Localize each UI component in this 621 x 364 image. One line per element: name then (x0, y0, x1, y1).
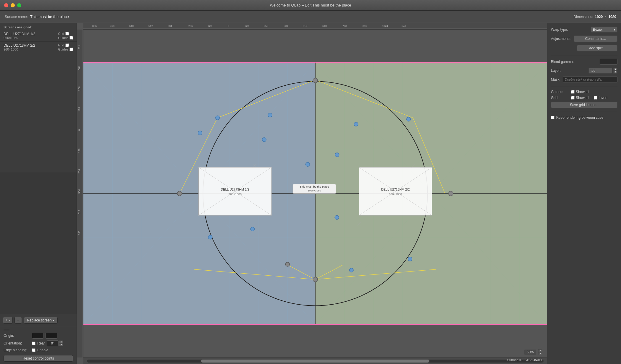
stepper-up[interactable]: ▲ (59, 340, 63, 343)
titlebar: Welcome to QLab – Edit This must be the … (0, 0, 621, 11)
screen-1-res: 960×1080 (4, 36, 35, 40)
svg-text:128: 128 (208, 25, 212, 27)
window-title: Welcome to QLab – Edit This must be the … (270, 3, 351, 7)
guides-show-all-checkbox[interactable] (571, 90, 575, 94)
orientation-label: Orientation: (4, 341, 30, 345)
svg-point-81 (208, 235, 212, 239)
zoom-up-button[interactable]: ▲ (538, 349, 542, 352)
layer-stepper[interactable]: ▲ ▼ (613, 68, 617, 74)
svg-text:128: 128 (78, 107, 81, 111)
screen-2-grid-row[interactable]: Grid (58, 43, 73, 47)
top-bar: Surface name: This must be the place Dim… (0, 11, 621, 23)
screen-2-guides-checkbox[interactable] (69, 48, 73, 51)
zoom-value[interactable]: 50% (524, 349, 536, 355)
remove-screen-button[interactable]: − (14, 317, 22, 324)
screen-1-grid-checkbox[interactable] (65, 32, 69, 35)
reset-control-points-button[interactable]: Reset control points (4, 355, 73, 362)
surface-name-label: Surface name: (5, 15, 28, 19)
scrollbar-thumb[interactable] (201, 360, 429, 363)
canvas-viewport[interactable]: DELL U2713HM 1/2 960×1080 DELL U2713HM 2… (83, 30, 547, 358)
screen-2-name: DELL U2713HM 2/2 (4, 43, 35, 48)
screen-2-info: DELL U2713HM 2/2 960×1080 (4, 43, 35, 51)
svg-text:384: 384 (284, 25, 288, 27)
origin-row: Origin: (4, 333, 73, 339)
svg-point-88 (349, 268, 353, 272)
grid-show-all-checkbox[interactable] (571, 96, 575, 100)
grid-invert-group[interactable]: Invert (594, 96, 607, 100)
grid-show-all-group[interactable]: Show all (571, 96, 589, 100)
add-split-button[interactable]: Add split... (577, 45, 617, 51)
screen-1-name: DELL U2713HM 1/2 (4, 32, 35, 36)
screen-1-grid-row[interactable]: Grid (58, 32, 73, 35)
screen-item-row-1: DELL U2713HM 1/2 960×1080 Grid Guides (4, 32, 73, 40)
maximize-button[interactable] (17, 3, 21, 7)
screen-2-grid-checkbox[interactable] (65, 43, 69, 47)
replace-screen-button[interactable]: Replace screen ▾ (24, 317, 57, 324)
orientation-checkbox[interactable] (32, 342, 35, 345)
surface-id-bar: Surface ID: 312945017 (507, 358, 542, 362)
divider-1 (551, 55, 617, 55)
zoom-down-button[interactable]: ▼ (538, 352, 542, 355)
close-button[interactable] (4, 3, 8, 7)
svg-text:128: 128 (245, 25, 249, 27)
warp-type-select[interactable]: Bézier ▾ (591, 27, 617, 32)
titlebar-buttons (4, 3, 21, 7)
screen-item-1[interactable]: DELL U2713HM 1/2 960×1080 Grid Guides (0, 30, 77, 42)
orientation-rear-label: Rear (37, 341, 45, 345)
stepper-down[interactable]: ▼ (59, 343, 63, 346)
svg-point-76 (216, 116, 220, 120)
orientation-stepper[interactable]: ▲ ▼ (59, 340, 63, 346)
surface-id-label: Surface ID: (507, 358, 523, 362)
minimize-button[interactable] (11, 3, 15, 7)
guides-show-all-group[interactable]: Show all (571, 90, 589, 94)
svg-text:DELL U2713HM 2/2: DELL U2713HM 2/2 (381, 188, 410, 191)
guides-label: Guides: (551, 90, 569, 94)
grid-invert-checkbox[interactable] (594, 96, 597, 100)
surface-name-value: This must be the place (30, 14, 69, 19)
grid-row: Grid: Show all Invert (551, 96, 617, 100)
save-grid-image-button[interactable]: Save grid image... (551, 102, 617, 108)
horizontal-scrollbar[interactable] (87, 360, 544, 363)
ruler-top-svg: 896 768 640 512 384 256 128 0 128 256 38… (83, 23, 547, 30)
guides-show-all-label: Show all (576, 90, 589, 94)
screen-2-guides-row[interactable]: Guides (58, 48, 73, 51)
mask-input[interactable] (563, 77, 617, 82)
zoom-controls: 50% ▲ ▼ (524, 349, 542, 355)
layer-select[interactable]: top (588, 68, 612, 74)
add-split-row: Add split... (551, 45, 617, 51)
blend-gamma-label: Blend gamma: (551, 60, 574, 64)
origin-x-value[interactable] (32, 333, 44, 339)
screen-1-guides-checkbox[interactable] (69, 36, 73, 40)
dimensions-row: Dimensions: 1920 × 1080 (574, 15, 616, 19)
layer-down-button[interactable]: ▼ (613, 71, 617, 74)
svg-text:960×1080: 960×1080 (229, 192, 242, 196)
warp-type-row: Warp type: Bézier ▾ (551, 27, 617, 32)
screen-1-guides-row[interactable]: Guides (58, 36, 73, 40)
edge-blending-checkbox[interactable] (32, 348, 35, 352)
blend-gamma-input[interactable]: 1.8 (600, 59, 617, 65)
mask-row: Mask: (551, 77, 617, 82)
canvas-area: 896 768 640 512 384 256 128 0 128 256 38… (77, 23, 547, 364)
orientation-degree-value[interactable]: 0° (47, 340, 59, 346)
dimensions-height: 1080 (608, 15, 616, 19)
screen-2-checkboxes: Grid Guides (58, 43, 73, 51)
layer-up-button[interactable]: ▲ (613, 68, 617, 71)
svg-point-73 (313, 277, 318, 282)
svg-text:0: 0 (78, 129, 81, 131)
zoom-stepper[interactable]: ▲ ▼ (538, 349, 542, 355)
svg-text:384: 384 (78, 66, 81, 70)
keep-rendering-checkbox[interactable] (551, 116, 554, 119)
keep-rendering-label: Keep rendering between cues (556, 116, 603, 120)
svg-point-87 (335, 215, 339, 220)
constraints-button[interactable]: Constraints... (574, 35, 617, 42)
svg-point-84 (407, 117, 411, 121)
replace-dropdown-arrow: ▾ (53, 319, 54, 322)
origin-y-value[interactable] (46, 333, 57, 339)
svg-text:256: 256 (264, 25, 268, 27)
svg-text:This must be the place: This must be the place (300, 185, 329, 188)
screen-item-2[interactable]: DELL U2713HM 2/2 960×1080 Grid Guides (0, 42, 77, 53)
svg-text:256: 256 (188, 25, 193, 27)
add-screen-button[interactable]: + ▾ (3, 317, 13, 324)
layer-row: Layer: top ▲ ▼ (551, 68, 617, 74)
dimensions-width: 1920 (595, 15, 603, 19)
